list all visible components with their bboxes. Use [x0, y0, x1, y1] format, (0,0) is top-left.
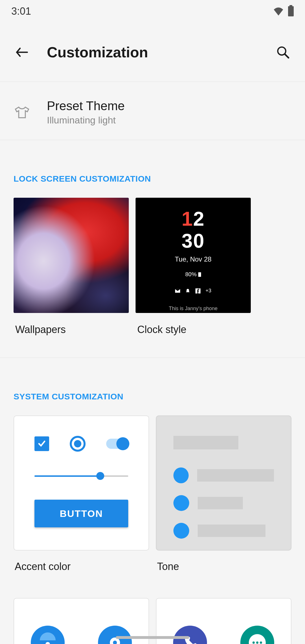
- arrow-left-icon: [14, 44, 30, 60]
- accent-color-label: Accent color: [14, 561, 149, 573]
- toggle-icon: [106, 439, 128, 449]
- wallpapers-label: Wallpapers: [14, 324, 129, 336]
- status-icons: [273, 6, 294, 16]
- lock-screen-tiles: Wallpapers 12 30 Tue, Nov 28 80% +3 This…: [0, 198, 305, 336]
- radio-icon: [70, 436, 86, 452]
- status-time: 3:01: [11, 5, 31, 17]
- search-button[interactable]: [275, 44, 291, 60]
- mail-icon: [175, 288, 180, 293]
- battery-icon: [288, 6, 294, 16]
- wifi-icon: [273, 7, 284, 16]
- accent-preview: Button: [14, 415, 149, 551]
- tone-row: [173, 467, 274, 483]
- nav-handle[interactable]: [116, 636, 189, 639]
- clock-battery: 80%: [185, 271, 201, 278]
- clock-date: Tue, Nov 28: [175, 255, 212, 263]
- clock-footer-text: This is Janny's phone: [169, 306, 218, 312]
- system-tiles: Button Accent color Tone: [0, 415, 305, 573]
- wallpaper-preview: [14, 198, 129, 313]
- app-header: Customization: [0, 23, 305, 82]
- tone-label: Tone: [156, 561, 291, 573]
- tone-row: [173, 495, 274, 511]
- preset-theme-row[interactable]: Preset Theme Illuminating light: [0, 82, 305, 140]
- clock-preview: 12 30 Tue, Nov 28 80% +3 This is Janny's…: [136, 198, 251, 313]
- button-demo: Button: [34, 500, 128, 527]
- page-title: Customization: [47, 44, 258, 61]
- bell-icon: [185, 288, 190, 293]
- slider-icon: [34, 472, 128, 480]
- location-app-icon: [98, 626, 132, 644]
- clock-style-label: Clock style: [136, 324, 251, 336]
- section-lock-screen: Lock Screen Customization: [0, 174, 305, 184]
- phone-app-icon: [173, 626, 207, 644]
- checkbox-icon: [34, 436, 49, 451]
- wifi-app-icon: [31, 626, 65, 644]
- clock-style-tile[interactable]: 12 30 Tue, Nov 28 80% +3 This is Janny's…: [136, 198, 251, 336]
- status-bar: 3:01: [0, 0, 305, 23]
- accent-color-tile[interactable]: Button Accent color: [14, 415, 149, 573]
- clock-minutes: 30: [182, 231, 205, 251]
- clock-extra-count: +3: [206, 288, 212, 294]
- preset-texts: Preset Theme Illuminating light: [47, 99, 125, 126]
- tone-tile[interactable]: Tone: [156, 415, 291, 573]
- tone-placeholder: [173, 436, 238, 449]
- preset-subtitle: Illuminating light: [47, 115, 125, 126]
- facebook-icon: [195, 288, 201, 293]
- tshirt-icon: [14, 105, 30, 120]
- preset-title: Preset Theme: [47, 99, 125, 113]
- wallpapers-tile[interactable]: Wallpapers: [14, 198, 129, 336]
- tone-row: [173, 523, 274, 539]
- chat-app-icon: [240, 626, 274, 644]
- clock-hours: 12: [182, 209, 205, 229]
- back-button[interactable]: [14, 44, 30, 60]
- search-icon: [276, 45, 290, 60]
- section-system: System Customization: [0, 392, 305, 401]
- tone-preview: [156, 415, 291, 551]
- clock-notification-icons: +3: [175, 288, 212, 294]
